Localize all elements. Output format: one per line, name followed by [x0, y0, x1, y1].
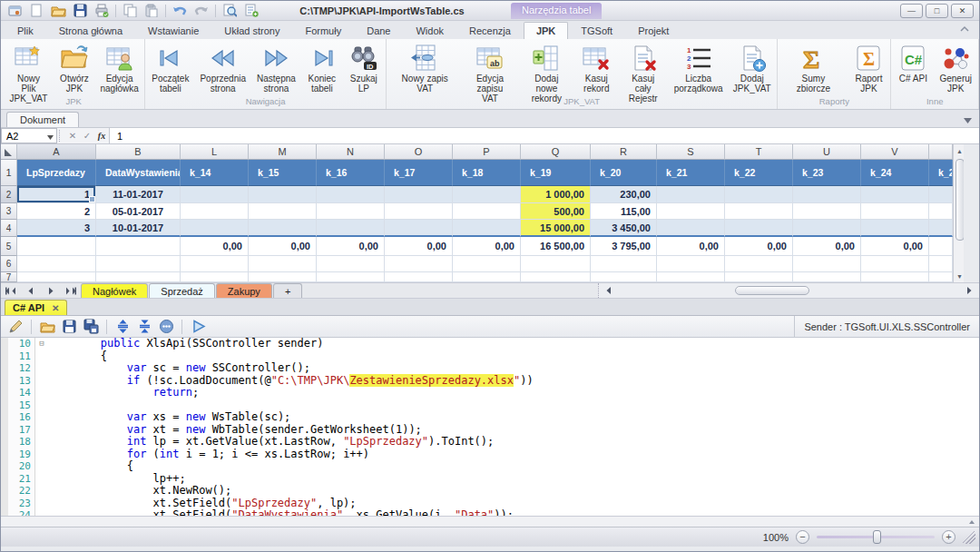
column-header-B[interactable]: B [96, 144, 181, 160]
cell-A5[interactable] [17, 237, 96, 256]
cell-V4[interactable] [861, 220, 929, 237]
cell-U4[interactable] [793, 220, 861, 237]
cell-O3[interactable] [385, 203, 453, 220]
code-line[interactable]: 18 int lp = xt.GetValue(xt.LastRow, "LpS… [1, 436, 979, 448]
run-icon[interactable] [189, 318, 207, 336]
row-header-6[interactable]: 6 [1, 256, 17, 272]
zoom-out-button[interactable]: − [796, 530, 809, 544]
column-header-N[interactable]: N [317, 144, 385, 160]
confirm-icon[interactable]: ✓ [80, 128, 94, 143]
undo-icon[interactable] [170, 3, 190, 19]
cell-V2[interactable] [861, 186, 929, 203]
grid-horizontal-scrollbar[interactable] [598, 283, 979, 298]
column-header-O[interactable]: O [385, 144, 453, 160]
code-editor[interactable]: 10⊟ public XlsApi(SSController sender)11… [1, 338, 979, 516]
copy-icon[interactable] [120, 3, 140, 19]
tab-csharp-api[interactable]: C# API ✕ [5, 300, 67, 315]
scroll-left-icon[interactable] [599, 287, 619, 294]
code-line[interactable]: 11 { [1, 350, 979, 363]
cell-Q5[interactable]: 16 500,00 [521, 237, 591, 256]
cell-x4[interactable] [929, 220, 953, 237]
sheet-tab-+[interactable]: + [273, 283, 302, 298]
tab-dokument[interactable]: Dokument [6, 112, 79, 127]
row-header-2[interactable]: 2 [1, 186, 17, 203]
cell-U7[interactable] [793, 272, 861, 282]
code-line[interactable]: 19 for (int i = 1; i <= xs.LastRow; i++) [1, 448, 979, 461]
row-header-3[interactable]: 3 [1, 203, 17, 220]
cell-L7[interactable] [181, 272, 249, 282]
scrollbar-thumb[interactable] [735, 286, 810, 295]
table-header-cell[interactable]: k_23 [793, 160, 861, 186]
cell-V7[interactable] [861, 272, 929, 282]
scroll-up-icon[interactable] [968, 518, 975, 526]
cell-x3[interactable] [929, 203, 953, 220]
save-as-icon[interactable] [82, 318, 100, 336]
column-header-A[interactable]: A [17, 144, 96, 160]
cell-N4[interactable] [317, 220, 385, 237]
comment-icon[interactable] [157, 318, 175, 336]
fold-marker-icon[interactable]: ⊟ [35, 338, 48, 350]
ribbon-tab-dane[interactable]: Dane [354, 22, 403, 39]
ribbon-collapse-icon[interactable] [959, 25, 970, 35]
cell-P6[interactable] [453, 256, 521, 272]
function-icon[interactable]: fx [94, 128, 109, 143]
ribbon-tab-strona-g-wna[interactable]: Strona główna [46, 22, 135, 39]
cell-x7[interactable] [929, 272, 953, 282]
cell-A3[interactable]: 2 [17, 203, 96, 220]
cell-U2[interactable] [793, 186, 861, 203]
cell-x6[interactable] [929, 256, 953, 272]
cell-N5[interactable]: 0,00 [317, 237, 385, 256]
nav-next-button[interactable]: Następna strona [251, 40, 301, 96]
code-line[interactable]: 21 lp++; [1, 473, 979, 486]
sigma-box-button[interactable]: ΣRaport JPK [848, 40, 889, 96]
cell-T7[interactable] [725, 272, 793, 282]
cell-O2[interactable] [385, 186, 453, 203]
scroll-down-icon[interactable]: ▼ [956, 270, 963, 282]
code-line[interactable]: 13 if (!sc.LoadDocument(@"C:\TMP\JPK\Zes… [1, 375, 979, 388]
row-header-5[interactable]: 5 [1, 237, 17, 256]
search-id-button[interactable]: IDSzukaj LP [343, 40, 385, 96]
code-line[interactable]: 12 var sc = new SSController(); [1, 362, 979, 375]
code-line[interactable]: 23 xt.SetField("LpSprzedazy", lp); [1, 498, 979, 510]
cell-x2[interactable] [929, 186, 953, 203]
save-icon[interactable] [70, 3, 90, 19]
app-icon[interactable] [5, 3, 24, 19]
cell-M2[interactable] [249, 186, 317, 203]
collapse-all-icon[interactable] [135, 318, 153, 336]
editor-horizontal-scrollbar[interactable] [1, 516, 979, 527]
cell-B2[interactable]: 11-01-2017 [96, 186, 181, 203]
table-header-cell[interactable]: DataWystawienia [96, 160, 181, 186]
column-header-T[interactable]: T [725, 144, 793, 160]
row-header-1[interactable]: 1 [1, 160, 17, 186]
cell-A6[interactable] [17, 256, 96, 272]
cell-B6[interactable] [96, 256, 181, 272]
close-tab-icon[interactable]: ✕ [52, 303, 59, 313]
cell-R5[interactable]: 3 795,00 [591, 237, 657, 256]
cell-S6[interactable] [657, 256, 725, 272]
table-header-cell[interactable]: k_17 [385, 160, 453, 186]
cell-P4[interactable] [453, 220, 521, 237]
cell-A7[interactable] [17, 272, 96, 282]
cancel-icon[interactable]: ✕ [65, 128, 80, 143]
ribbon-tab-widok[interactable]: Widok [403, 22, 456, 39]
cell-M6[interactable] [249, 256, 317, 272]
column-header-R[interactable]: R [591, 144, 657, 160]
cell-N7[interactable] [317, 272, 385, 282]
cell-T6[interactable] [725, 256, 793, 272]
ribbon-tab-jpk[interactable]: JPK [524, 22, 568, 39]
code-line[interactable]: 14 return; [1, 387, 979, 399]
name-box[interactable]: A2 [1, 128, 57, 143]
ribbon-tab-recenzja[interactable]: Recenzja [456, 22, 524, 39]
cell-P3[interactable] [453, 203, 521, 220]
open-file-icon[interactable] [38, 318, 56, 336]
name-box-dropdown-icon[interactable] [47, 131, 54, 142]
column-header-P[interactable]: P [453, 144, 521, 160]
records-add-button[interactable]: Dodaj nowe rekordy [517, 40, 575, 96]
sheet-tab-zakupy[interactable]: Zakupy [216, 283, 272, 298]
resize-grip[interactable] [963, 531, 975, 544]
code-line[interactable]: 22 xt.NewRow(); [1, 485, 979, 498]
cell-T4[interactable] [725, 220, 793, 237]
cell-B3[interactable]: 05-01-2017 [96, 203, 181, 220]
zoom-slider-thumb[interactable] [873, 530, 881, 544]
expand-all-icon[interactable] [113, 318, 132, 336]
